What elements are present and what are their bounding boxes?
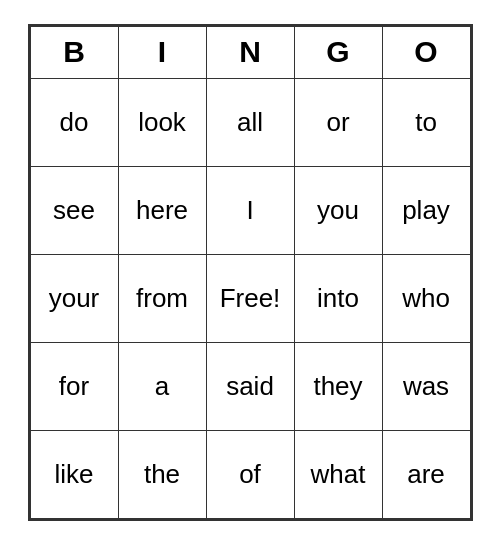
header-row: B I N G O [30, 26, 470, 78]
cell-r1-c1: here [118, 166, 206, 254]
cell-r3-c3: they [294, 342, 382, 430]
cell-r3-c4: was [382, 342, 470, 430]
table-row: yourfromFree!intowho [30, 254, 470, 342]
cell-r2-c1: from [118, 254, 206, 342]
table-row: forasaidtheywas [30, 342, 470, 430]
table-row: seehereIyouplay [30, 166, 470, 254]
table-row: liketheofwhatare [30, 430, 470, 518]
cell-r2-c4: who [382, 254, 470, 342]
cell-r1-c2: I [206, 166, 294, 254]
cell-r4-c0: like [30, 430, 118, 518]
bingo-table: B I N G O dolookallortoseehereIyouplayyo… [30, 26, 471, 519]
table-row: dolookallorto [30, 78, 470, 166]
cell-r1-c0: see [30, 166, 118, 254]
col-o: O [382, 26, 470, 78]
cell-r4-c3: what [294, 430, 382, 518]
cell-r0-c4: to [382, 78, 470, 166]
cell-r4-c1: the [118, 430, 206, 518]
cell-r1-c3: you [294, 166, 382, 254]
cell-r2-c0: your [30, 254, 118, 342]
cell-r2-c2: Free! [206, 254, 294, 342]
cell-r3-c2: said [206, 342, 294, 430]
cell-r0-c3: or [294, 78, 382, 166]
bingo-card: B I N G O dolookallortoseehereIyouplayyo… [28, 24, 473, 521]
cell-r1-c4: play [382, 166, 470, 254]
col-n: N [206, 26, 294, 78]
cell-r4-c2: of [206, 430, 294, 518]
cell-r0-c0: do [30, 78, 118, 166]
col-b: B [30, 26, 118, 78]
cell-r0-c1: look [118, 78, 206, 166]
cell-r3-c0: for [30, 342, 118, 430]
col-i: I [118, 26, 206, 78]
cell-r0-c2: all [206, 78, 294, 166]
cell-r3-c1: a [118, 342, 206, 430]
col-g: G [294, 26, 382, 78]
cell-r4-c4: are [382, 430, 470, 518]
cell-r2-c3: into [294, 254, 382, 342]
